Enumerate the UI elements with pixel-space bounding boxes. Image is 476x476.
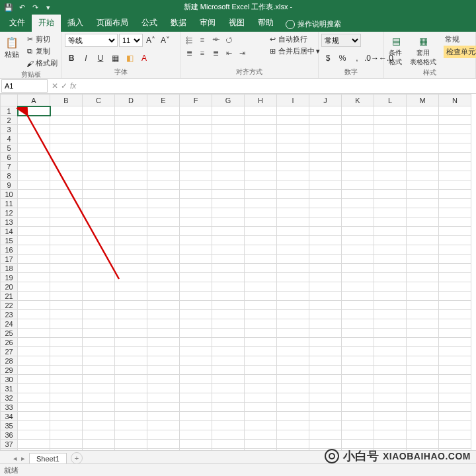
cell[interactable]: [439, 273, 471, 282]
cell[interactable]: [374, 421, 407, 430]
cell[interactable]: [18, 245, 50, 255]
align-center-button[interactable]: ≡: [196, 47, 208, 59]
cell[interactable]: [309, 143, 342, 153]
cell[interactable]: [342, 430, 374, 440]
cell[interactable]: [147, 356, 180, 366]
cell[interactable]: [83, 218, 115, 227]
cancel-icon[interactable]: ✕: [52, 81, 58, 91]
column-header[interactable]: B: [50, 95, 83, 106]
decrease-indent-button[interactable]: ⇤: [223, 47, 235, 59]
cell[interactable]: [50, 301, 83, 310]
cell[interactable]: [439, 329, 471, 338]
cell[interactable]: [309, 301, 342, 310]
cell[interactable]: [309, 134, 342, 143]
cell[interactable]: [342, 199, 374, 208]
cell[interactable]: [147, 366, 180, 375]
cell[interactable]: [18, 375, 50, 384]
fx-icon[interactable]: fx: [70, 81, 76, 91]
cell[interactable]: [245, 116, 277, 125]
column-header[interactable]: F: [180, 95, 212, 106]
row-header[interactable]: 21: [1, 292, 18, 301]
row-header[interactable]: 7: [1, 162, 18, 171]
increase-decimal-button[interactable]: .0→: [365, 52, 378, 65]
cell[interactable]: [407, 384, 439, 393]
cell[interactable]: [212, 264, 245, 273]
cell[interactable]: [374, 134, 407, 143]
row-header[interactable]: 5: [1, 143, 18, 153]
cell[interactable]: [147, 227, 180, 236]
cell[interactable]: [212, 440, 245, 449]
cell[interactable]: [245, 403, 277, 412]
cell[interactable]: [342, 338, 374, 347]
cell[interactable]: [147, 273, 180, 282]
cell[interactable]: [18, 143, 50, 153]
cell[interactable]: [147, 180, 180, 190]
cell[interactable]: [407, 199, 439, 208]
cell[interactable]: [212, 282, 245, 292]
cell[interactable]: [115, 171, 147, 180]
cell[interactable]: [374, 292, 407, 301]
cell[interactable]: [180, 208, 212, 218]
cell[interactable]: [83, 153, 115, 162]
cell[interactable]: [18, 116, 50, 125]
cell[interactable]: [439, 393, 471, 403]
column-header[interactable]: M: [407, 95, 439, 106]
cell[interactable]: [50, 282, 83, 292]
worksheet-grid[interactable]: ABCDEFGHIJKLMN12345678910111213141516171…: [0, 94, 476, 451]
cell[interactable]: [115, 255, 147, 264]
cell[interactable]: [342, 356, 374, 366]
cell[interactable]: [83, 134, 115, 143]
cell[interactable]: [115, 356, 147, 366]
cell[interactable]: [115, 218, 147, 227]
redo-icon[interactable]: ↷: [30, 3, 40, 12]
cell[interactable]: [407, 116, 439, 125]
cell[interactable]: [277, 227, 309, 236]
cell[interactable]: [212, 153, 245, 162]
cell[interactable]: [277, 282, 309, 292]
cell[interactable]: [18, 134, 50, 143]
cell[interactable]: [277, 153, 309, 162]
cell[interactable]: [18, 301, 50, 310]
cell[interactable]: [147, 338, 180, 347]
cell[interactable]: [277, 245, 309, 255]
cell[interactable]: [407, 264, 439, 273]
cell[interactable]: [309, 440, 342, 449]
cell[interactable]: [180, 356, 212, 366]
cell[interactable]: [18, 282, 50, 292]
cell[interactable]: [277, 338, 309, 347]
cell[interactable]: [407, 143, 439, 153]
sheet-nav-prev[interactable]: ◂: [13, 454, 17, 463]
row-header[interactable]: 6: [1, 153, 18, 162]
cell[interactable]: [407, 301, 439, 310]
cell[interactable]: [439, 227, 471, 236]
cell[interactable]: [83, 273, 115, 282]
cell[interactable]: [277, 301, 309, 310]
tab-view[interactable]: 视图: [222, 14, 251, 32]
cell[interactable]: [50, 273, 83, 282]
cell[interactable]: [18, 292, 50, 301]
cell[interactable]: [50, 255, 83, 264]
cell[interactable]: [180, 245, 212, 255]
cell[interactable]: [342, 403, 374, 412]
cell[interactable]: [245, 236, 277, 245]
row-header[interactable]: 2: [1, 116, 18, 125]
cell[interactable]: [374, 366, 407, 375]
cell[interactable]: [407, 282, 439, 292]
cell[interactable]: [309, 162, 342, 171]
cell[interactable]: [180, 338, 212, 347]
cell[interactable]: [439, 255, 471, 264]
grow-font-button[interactable]: A˄: [144, 34, 157, 47]
cell[interactable]: [83, 310, 115, 319]
cell[interactable]: [245, 393, 277, 403]
row-header[interactable]: 36: [1, 430, 18, 440]
cell[interactable]: [180, 310, 212, 319]
cell[interactable]: [212, 245, 245, 255]
cell[interactable]: [115, 347, 147, 356]
cell[interactable]: [374, 227, 407, 236]
cell[interactable]: [245, 245, 277, 255]
cell[interactable]: [439, 218, 471, 227]
cell[interactable]: [277, 329, 309, 338]
cell[interactable]: [180, 273, 212, 282]
tab-help[interactable]: 帮助: [251, 14, 280, 32]
row-header[interactable]: 10: [1, 190, 18, 199]
